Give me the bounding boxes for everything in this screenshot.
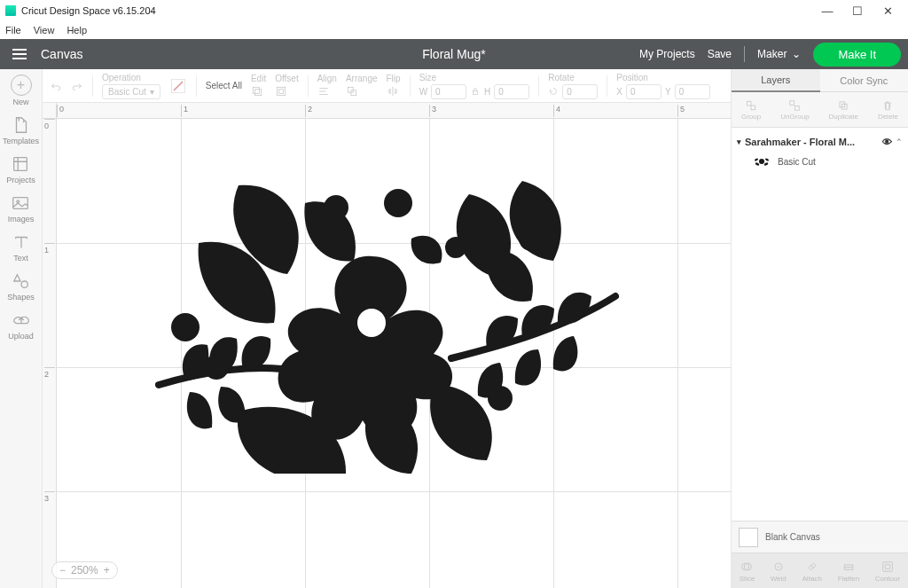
operation-label: Operation: [102, 73, 141, 82]
contour-button[interactable]: Contour: [875, 560, 900, 583]
zoom-control[interactable]: − 250% +: [51, 561, 118, 579]
right-panel: Layers Color Sync Group UnGroup Duplicat…: [731, 69, 908, 588]
window-titlebar: Cricut Design Space v6.15.204 — ☐ ✕: [0, 0, 908, 21]
group-button[interactable]: Group: [741, 99, 761, 121]
window-title: Cricut Design Space v6.15.204: [21, 5, 156, 16]
horizontal-ruler: 0 1 2 3 4 5: [57, 103, 731, 119]
duplicate-button[interactable]: Duplicate: [829, 99, 858, 121]
arrange-dropdown[interactable]: [346, 85, 358, 98]
projects-label: Projects: [6, 176, 35, 184]
svg-rect-22: [747, 101, 751, 106]
rotate-input[interactable]: 0: [562, 84, 598, 99]
weld-button[interactable]: Weld: [771, 560, 787, 583]
edit-dropdown[interactable]: [251, 85, 263, 98]
svg-point-28: [759, 159, 764, 164]
templates-button[interactable]: Templates: [3, 115, 39, 145]
text-icon: [12, 232, 31, 252]
height-input[interactable]: 0: [494, 84, 529, 99]
chevron-down-icon: ⌄: [792, 48, 801, 60]
new-label: New: [12, 98, 28, 106]
window-close-button[interactable]: ✕: [873, 0, 903, 21]
cutting-mat[interactable]: [57, 119, 731, 588]
layer-item-type: Basic Cut: [778, 157, 816, 167]
delete-button[interactable]: Delete: [878, 99, 898, 121]
machine-selector[interactable]: Maker ⌄: [757, 48, 801, 60]
zoom-out-icon[interactable]: −: [59, 564, 66, 576]
shapes-icon: [12, 271, 31, 291]
svg-point-14: [357, 309, 386, 337]
svg-rect-23: [751, 106, 755, 110]
upload-icon: [12, 310, 31, 330]
canvas-color-swatch[interactable]: [739, 528, 758, 547]
images-icon: [11, 193, 30, 213]
menu-file[interactable]: File: [5, 25, 21, 35]
menu-help[interactable]: Help: [67, 25, 87, 35]
machine-name: Maker: [757, 48, 787, 60]
layer-thumbnail: [751, 154, 772, 169]
layer-group-row[interactable]: ▾ Sarahmaker - Floral M... 👁 ⌃: [735, 133, 904, 151]
my-projects-link[interactable]: My Projects: [639, 48, 695, 60]
tab-layers[interactable]: Layers: [732, 69, 820, 92]
tab-color-sync[interactable]: Color Sync: [820, 69, 909, 92]
text-label: Text: [13, 254, 28, 263]
svg-rect-24: [790, 100, 794, 105]
layer-actions: Group UnGroup Duplicate Delete: [732, 92, 908, 128]
window-maximize-button[interactable]: ☐: [842, 0, 873, 21]
topbar: Canvas Floral Mug* My Projects Save Make…: [0, 39, 908, 69]
blank-canvas-label: Blank Canvas: [765, 532, 820, 542]
svg-rect-10: [279, 90, 284, 94]
layers-list: ▾ Sarahmaker - Floral M... 👁 ⌃ Basic Cut: [732, 128, 908, 521]
canvas-color-row[interactable]: Blank Canvas: [732, 521, 908, 553]
ungroup-button[interactable]: UnGroup: [780, 99, 809, 121]
text-button[interactable]: Text: [12, 232, 31, 263]
redo-button[interactable]: [71, 80, 83, 92]
upload-button[interactable]: Upload: [8, 310, 34, 341]
templates-icon: [12, 115, 31, 135]
attach-button[interactable]: Attach: [802, 560, 822, 583]
zoom-in-icon[interactable]: +: [104, 564, 110, 576]
arrange-group: Arrange: [346, 74, 378, 98]
caret-down-icon: ▾: [737, 137, 741, 146]
svg-rect-8: [255, 90, 262, 96]
lock-aspect-icon[interactable]: [470, 86, 481, 97]
svg-point-16: [384, 189, 412, 217]
hamburger-menu-button[interactable]: [7, 42, 32, 67]
zoom-value: 250%: [71, 564, 98, 576]
width-input[interactable]: 0: [431, 84, 466, 99]
floral-design-object[interactable]: [106, 154, 638, 474]
pos-y-input[interactable]: 0: [675, 84, 710, 99]
svg-rect-26: [840, 101, 845, 106]
bottom-actions: Slice Weld Attach Flatten Contour: [732, 553, 908, 588]
rotate-icon: [548, 86, 559, 97]
images-button[interactable]: Images: [8, 193, 35, 223]
slice-button[interactable]: Slice: [740, 560, 755, 583]
visibility-eye-icon[interactable]: 👁: [882, 137, 892, 147]
chevron-down-icon: ▾: [150, 87, 154, 97]
linetype-swatch[interactable]: [169, 77, 187, 95]
save-button[interactable]: Save: [708, 48, 732, 60]
select-all-button[interactable]: Select All: [206, 81, 242, 90]
projects-button[interactable]: Projects: [6, 154, 35, 184]
svg-point-32: [763, 162, 768, 166]
undo-button[interactable]: [50, 80, 62, 92]
pos-x-input[interactable]: 0: [626, 84, 661, 99]
svg-rect-7: [253, 87, 259, 93]
flatten-button[interactable]: Flatten: [838, 560, 859, 583]
window-minimize-button[interactable]: —: [812, 0, 842, 21]
app-icon: [5, 5, 16, 16]
operation-select[interactable]: Basic Cut▾: [102, 84, 160, 99]
align-group: Align: [317, 74, 337, 98]
menu-view[interactable]: View: [34, 25, 55, 35]
align-dropdown[interactable]: [317, 85, 330, 98]
topbar-divider: [744, 46, 745, 62]
flip-dropdown[interactable]: [387, 85, 399, 98]
layer-item-row[interactable]: Basic Cut: [735, 151, 904, 172]
make-it-button[interactable]: Make It: [813, 43, 901, 67]
canvas[interactable]: 0 1 2 3 4 5 0 1 2 3: [43, 103, 731, 588]
left-rail: + New Templates Projects Images Text Sha…: [0, 69, 43, 588]
collapse-caret-icon[interactable]: ⌃: [896, 137, 903, 146]
offset-button[interactable]: [275, 85, 287, 98]
shapes-button[interactable]: Shapes: [7, 271, 35, 302]
new-button[interactable]: + New: [11, 74, 32, 106]
vertical-ruler: 0 1 2 3: [43, 119, 57, 588]
